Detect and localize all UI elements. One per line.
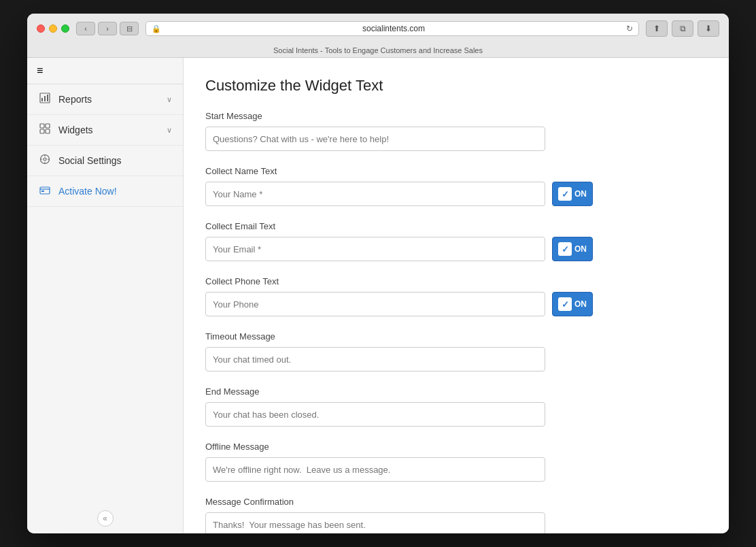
page-title: Customize the Widget Text: [205, 77, 707, 95]
collect-name-toggle-label: ON: [574, 189, 587, 199]
svg-rect-4: [40, 124, 44, 128]
traffic-lights: [37, 24, 69, 33]
collect-email-row: ✓ ON: [205, 237, 707, 261]
collect-name-input[interactable]: [205, 182, 545, 206]
svg-rect-1: [41, 98, 43, 101]
widgets-chevron: ∨: [167, 126, 172, 135]
sidebar-item-social-settings[interactable]: Social Settings: [27, 146, 183, 176]
collect-email-toggle[interactable]: ✓ ON: [552, 237, 593, 261]
app-layout: ≡ Reports ∨: [27, 58, 729, 533]
start-message-label: Start Message: [205, 111, 707, 121]
sidebar-item-activate-now[interactable]: Activate Now!: [27, 176, 183, 207]
collect-phone-label: Collect Phone Text: [205, 276, 707, 286]
nav-buttons: ‹ › ⊟: [76, 22, 139, 35]
collect-phone-row: ✓ ON: [205, 292, 707, 316]
form-section-timeout-message: Timeout Message: [205, 331, 707, 371]
address-bar[interactable]: 🔒 socialintents.com ↻: [145, 21, 639, 36]
activate-now-label: Activate Now!: [58, 186, 172, 197]
back-button[interactable]: ‹: [76, 22, 95, 35]
svg-point-9: [44, 158, 46, 161]
collect-email-input[interactable]: [205, 237, 545, 261]
collapse-circle-icon: «: [97, 510, 114, 527]
message-confirmation-label: Message Confirmation: [205, 497, 707, 507]
end-message-label: End Message: [205, 386, 707, 397]
svg-rect-3: [47, 95, 48, 101]
collect-name-label: Collect Name Text: [205, 166, 707, 176]
svg-rect-6: [40, 129, 44, 133]
form-section-collect-name: Collect Name Text ✓ ON: [205, 166, 707, 206]
toggle-checkmark-icon: ✓: [558, 187, 572, 201]
sidebar-collapse-button[interactable]: «: [27, 503, 183, 533]
widgets-icon: [38, 123, 52, 137]
download-button[interactable]: ⬇: [698, 20, 719, 37]
collect-name-row: ✓ ON: [205, 182, 707, 206]
browser-actions: ⬆ ⧉ ⬇: [646, 20, 719, 37]
end-message-input[interactable]: [205, 402, 545, 427]
svg-rect-14: [40, 187, 50, 194]
share-button[interactable]: ⬆: [646, 20, 668, 37]
browser-window: ‹ › ⊟ 🔒 socialintents.com ↻ ⬆ ⧉ ⬇ Social…: [27, 14, 729, 533]
timeout-message-row: [205, 347, 707, 371]
svg-rect-7: [46, 129, 50, 133]
browser-chrome: ‹ › ⊟ 🔒 socialintents.com ↻ ⬆ ⧉ ⬇ Social…: [27, 14, 729, 58]
offline-message-row: [205, 457, 707, 482]
sidebar: ≡ Reports ∨: [27, 58, 184, 533]
form-section-collect-phone: Collect Phone Text ✓ ON: [205, 276, 707, 316]
browser-tab-bar: Social Intents - Tools to Engage Custome…: [27, 44, 729, 57]
svg-rect-16: [41, 190, 44, 192]
collect-email-label: Collect Email Text: [205, 221, 707, 231]
hamburger-icon: ≡: [37, 65, 43, 76]
reports-icon: [38, 93, 52, 106]
maximize-traffic-light[interactable]: [61, 24, 69, 33]
add-tab-button[interactable]: ⧉: [672, 20, 693, 37]
form-section-collect-email: Collect Email Text ✓ ON: [205, 221, 707, 261]
widgets-label: Widgets: [58, 125, 160, 135]
form-section-start-message: Start Message: [205, 111, 707, 151]
form-section-offline-message: Offline Message: [205, 442, 707, 482]
start-message-input[interactable]: [205, 127, 545, 151]
sidebar-top-icon: ≡: [27, 58, 183, 84]
collect-phone-input[interactable]: [205, 292, 545, 316]
tab-title: Social Intents - Tools to Engage Custome…: [273, 46, 483, 54]
toggle-phone-checkmark-icon: ✓: [558, 297, 572, 311]
browser-titlebar: ‹ › ⊟ 🔒 socialintents.com ↻ ⬆ ⧉ ⬇: [27, 14, 729, 44]
svg-rect-5: [46, 124, 50, 128]
collect-name-toggle[interactable]: ✓ ON: [552, 182, 593, 206]
collect-phone-toggle-label: ON: [574, 299, 587, 309]
collect-phone-toggle[interactable]: ✓ ON: [552, 292, 593, 316]
toggle-email-checkmark-icon: ✓: [558, 242, 572, 256]
reader-view-button[interactable]: ⊟: [120, 22, 139, 35]
collect-email-toggle-label: ON: [574, 244, 587, 254]
sidebar-item-reports[interactable]: Reports ∨: [27, 84, 183, 115]
minimize-traffic-light[interactable]: [49, 24, 57, 33]
offline-message-input[interactable]: [205, 457, 545, 482]
offline-message-label: Offline Message: [205, 442, 707, 452]
start-message-row: [205, 127, 707, 151]
social-settings-icon: [38, 154, 52, 167]
main-content: Customize the Widget Text Start Message …: [184, 58, 729, 533]
social-settings-label: Social Settings: [58, 155, 172, 166]
address-bar-text: socialintents.com: [165, 24, 622, 33]
reports-chevron: ∨: [167, 95, 172, 104]
timeout-message-input[interactable]: [205, 347, 545, 371]
sidebar-nav: Reports ∨ Widgets ∨: [27, 84, 183, 503]
reload-button[interactable]: ↻: [626, 24, 633, 33]
form-section-end-message: End Message: [205, 386, 707, 427]
sidebar-item-widgets[interactable]: Widgets ∨: [27, 115, 183, 146]
forward-button[interactable]: ›: [98, 22, 117, 35]
lock-icon: 🔒: [152, 24, 161, 33]
message-confirmation-input[interactable]: [205, 512, 545, 533]
end-message-row: [205, 402, 707, 427]
close-traffic-light[interactable]: [37, 24, 45, 33]
reports-label: Reports: [58, 94, 160, 105]
activate-now-icon: [38, 184, 52, 198]
form-section-message-confirmation: Message Confirmation: [205, 497, 707, 533]
message-confirmation-row: [205, 512, 707, 533]
timeout-message-label: Timeout Message: [205, 331, 707, 342]
svg-rect-2: [44, 96, 46, 101]
